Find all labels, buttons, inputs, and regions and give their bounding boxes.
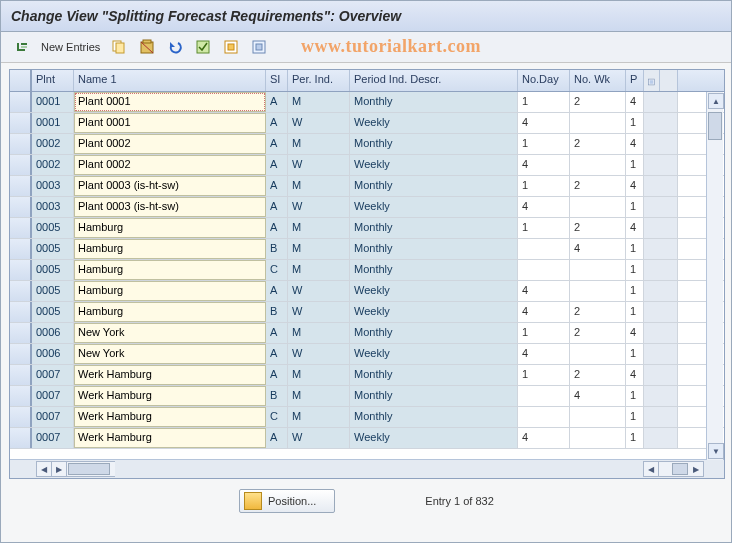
cell-no-wk[interactable]: 2 (570, 134, 626, 154)
scroll-left-icon-2[interactable]: ◀ (643, 461, 659, 477)
cell-no-wk[interactable] (570, 281, 626, 301)
column-no-wk[interactable]: No. Wk (570, 70, 626, 91)
cell-no-day[interactable]: 4 (518, 197, 570, 217)
row-selector[interactable] (10, 218, 32, 238)
column-plnt[interactable]: Plnt (32, 70, 74, 91)
cell-p[interactable]: 1 (626, 113, 644, 133)
cell-no-day[interactable]: 4 (518, 302, 570, 322)
row-selector[interactable] (10, 113, 32, 133)
row-selector[interactable] (10, 239, 32, 259)
cell-no-day[interactable]: 1 (518, 92, 570, 112)
row-selector[interactable] (10, 428, 32, 448)
cell-p[interactable]: 1 (626, 239, 644, 259)
table-row[interactable]: 0005HamburgAWWeekly41 (10, 281, 724, 302)
column-name[interactable]: Name 1 (74, 70, 266, 91)
table-row[interactable]: 0001Plant 0001AMMonthly124 (10, 92, 724, 113)
cell-name[interactable]: Werk Hamburg (74, 365, 266, 385)
scroll-right-icon-2[interactable]: ▶ (689, 461, 704, 477)
table-row[interactable]: 0002Plant 0002AMMonthly124 (10, 134, 724, 155)
row-selector[interactable] (10, 302, 32, 322)
cell-name[interactable]: Hamburg (74, 239, 266, 259)
cell-name[interactable]: Hamburg (74, 302, 266, 322)
cell-no-wk[interactable] (570, 407, 626, 427)
cell-name[interactable]: Hamburg (74, 281, 266, 301)
column-no-day[interactable]: No.Day (518, 70, 570, 91)
vertical-scrollbar[interactable]: ▲ ▼ (706, 92, 723, 460)
cell-no-day[interactable]: 4 (518, 155, 570, 175)
table-row[interactable]: 0007Werk HamburgBMMonthly41 (10, 386, 724, 407)
cell-p[interactable]: 1 (626, 428, 644, 448)
table-row[interactable]: 0007Werk HamburgAWWeekly41 (10, 428, 724, 449)
select-block-icon[interactable] (220, 38, 242, 56)
cell-no-day[interactable] (518, 260, 570, 280)
cell-p[interactable]: 4 (626, 365, 644, 385)
row-selector[interactable] (10, 155, 32, 175)
toggle-details-icon[interactable] (11, 38, 33, 56)
row-selector[interactable] (10, 323, 32, 343)
cell-p[interactable]: 4 (626, 134, 644, 154)
cell-p[interactable]: 1 (626, 344, 644, 364)
row-selector[interactable] (10, 407, 32, 427)
cell-p[interactable]: 4 (626, 92, 644, 112)
cell-no-wk[interactable] (570, 197, 626, 217)
scroll-right-icon[interactable]: ▶ (52, 461, 67, 477)
table-row[interactable]: 0005HamburgAMMonthly124 (10, 218, 724, 239)
new-entries-button[interactable]: New Entries (39, 40, 102, 54)
cell-no-day[interactable]: 4 (518, 113, 570, 133)
cell-no-day[interactable] (518, 239, 570, 259)
cell-p[interactable]: 1 (626, 281, 644, 301)
cell-p[interactable]: 1 (626, 197, 644, 217)
delete-icon[interactable] (136, 38, 158, 56)
cell-no-day[interactable]: 4 (518, 344, 570, 364)
cell-name[interactable]: New York (74, 323, 266, 343)
cell-name[interactable]: Werk Hamburg (74, 407, 266, 427)
cell-name[interactable]: Plant 0003 (is-ht-sw) (74, 197, 266, 217)
select-all-icon[interactable] (192, 38, 214, 56)
row-selector[interactable] (10, 365, 32, 385)
cell-no-day[interactable]: 1 (518, 134, 570, 154)
cell-no-wk[interactable]: 4 (570, 386, 626, 406)
cell-name[interactable]: New York (74, 344, 266, 364)
cell-p[interactable]: 1 (626, 155, 644, 175)
cell-no-day[interactable]: 1 (518, 218, 570, 238)
cell-no-wk[interactable]: 2 (570, 218, 626, 238)
cell-no-wk[interactable]: 2 (570, 323, 626, 343)
table-row[interactable]: 0005HamburgCMMonthly1 (10, 260, 724, 281)
cell-p[interactable]: 4 (626, 176, 644, 196)
cell-name[interactable]: Plant 0002 (74, 134, 266, 154)
hscroll-thumb-left[interactable] (68, 463, 110, 475)
table-row[interactable]: 0006New YorkAWWeekly41 (10, 344, 724, 365)
table-row[interactable]: 0006New YorkAMMonthly124 (10, 323, 724, 344)
position-button[interactable]: Position... (239, 489, 335, 513)
cell-no-day[interactable]: 1 (518, 323, 570, 343)
cell-no-day[interactable]: 4 (518, 281, 570, 301)
row-selector[interactable] (10, 386, 32, 406)
column-p[interactable]: P (626, 70, 644, 91)
cell-p[interactable]: 1 (626, 386, 644, 406)
table-row[interactable]: 0003Plant 0003 (is-ht-sw)AWWeekly41 (10, 197, 724, 218)
row-selector[interactable] (10, 92, 32, 112)
cell-no-wk[interactable]: 2 (570, 176, 626, 196)
scroll-thumb[interactable] (708, 112, 722, 140)
cell-name[interactable]: Plant 0001 (74, 113, 266, 133)
cell-no-wk[interactable]: 2 (570, 365, 626, 385)
cell-p[interactable]: 4 (626, 323, 644, 343)
table-row[interactable]: 0002Plant 0002AWWeekly41 (10, 155, 724, 176)
cell-no-wk[interactable] (570, 113, 626, 133)
row-selector[interactable] (10, 344, 32, 364)
cell-no-wk[interactable] (570, 260, 626, 280)
column-per-ind[interactable]: Per. Ind. (288, 70, 350, 91)
table-row[interactable]: 0007Werk HamburgAMMonthly124 (10, 365, 724, 386)
cell-p[interactable]: 4 (626, 218, 644, 238)
cell-no-day[interactable]: 1 (518, 365, 570, 385)
row-selector[interactable] (10, 197, 32, 217)
column-config-icon[interactable] (644, 70, 660, 91)
cell-name[interactable]: Hamburg (74, 260, 266, 280)
row-selector[interactable] (10, 176, 32, 196)
hscroll-track-left[interactable] (67, 461, 115, 477)
cell-p[interactable]: 1 (626, 260, 644, 280)
cell-name[interactable]: Werk Hamburg (74, 386, 266, 406)
cell-no-day[interactable] (518, 386, 570, 406)
deselect-all-icon[interactable] (248, 38, 270, 56)
cell-name[interactable]: Werk Hamburg (74, 428, 266, 448)
